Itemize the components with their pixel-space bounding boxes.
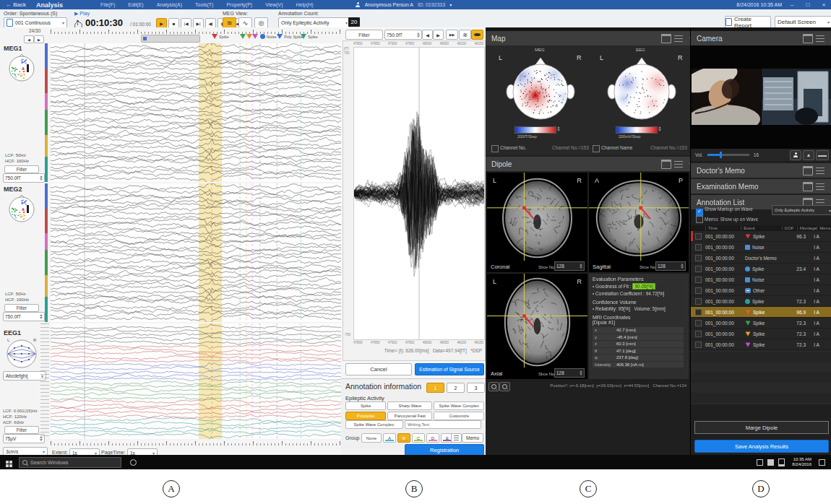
volume-slider-thumb[interactable] xyxy=(720,152,722,158)
meg2-filter-button[interactable]: Filter xyxy=(4,304,39,312)
annotation-row[interactable]: 001_00:00:00Spike72.3I A xyxy=(691,329,831,339)
activity-button-polyspike[interactable]: Polyspike xyxy=(345,412,386,420)
butterfly-filter-button[interactable]: Filter xyxy=(345,30,383,40)
row-checkbox[interactable] xyxy=(695,320,702,326)
wave-event-marker-spike[interactable]: Spike xyxy=(301,34,318,39)
butterfly-scale-spinner[interactable]: 750.0fT xyxy=(384,30,422,40)
mic-button[interactable]: ▲ xyxy=(803,150,814,160)
meg2-sensor-map-icon[interactable] xyxy=(5,194,38,223)
expand-icon[interactable]: ◂ xyxy=(827,168,831,173)
writing-text-input[interactable]: Writing Text xyxy=(405,420,481,429)
wave-event-marker-noise[interactable]: Noise xyxy=(260,34,277,39)
tab-3[interactable]: 3 xyxy=(467,383,485,393)
menu-property[interactable]: Property(P) xyxy=(222,2,257,7)
menu-file[interactable]: File(F) xyxy=(96,2,119,7)
tab-1[interactable]: 1 xyxy=(426,383,444,393)
next-event-button[interactable]: ▶ xyxy=(433,30,444,40)
menu-view[interactable]: View(V) xyxy=(261,2,287,7)
row-checkbox[interactable] xyxy=(695,287,702,294)
mri-axial-view[interactable]: L R Axial Slice No. 128 xyxy=(487,274,587,379)
annotation-row[interactable]: 001_00:00:00Spike72.3I A xyxy=(691,318,831,329)
memo-button[interactable]: Memo xyxy=(462,433,483,443)
window-icon[interactable] xyxy=(661,34,671,43)
col-gof[interactable]: GOF xyxy=(782,226,797,230)
back-button[interactable]: ← Back xyxy=(3,1,29,8)
menu-help[interactable]: Help(H) xyxy=(292,2,318,7)
mri-coronal-view[interactable]: L R Coronal Slice No. 128 xyxy=(487,173,587,272)
list-icon[interactable] xyxy=(816,183,824,190)
memo-show-checkbox[interactable] xyxy=(696,216,703,223)
estimate-signal-source-button[interactable]: Estimation of Signal Source xyxy=(415,363,484,375)
channel-name-checkbox[interactable] xyxy=(593,145,600,152)
list-icon[interactable] xyxy=(674,35,683,42)
window-icon[interactable] xyxy=(803,34,813,43)
activity-button-sharp-wave[interactable]: Sharp Wave xyxy=(387,401,432,410)
annotation-list-filter-dropdown[interactable]: Only Epileptic Activity ▾ xyxy=(772,205,831,215)
annotation-row[interactable]: 001_00:00:00Spike23.4I A xyxy=(691,264,831,274)
menu-edit[interactable]: Edit(E) xyxy=(124,2,147,7)
annotation-row[interactable]: 001_00:00:00Spike96.3I A xyxy=(691,231,831,242)
col-time[interactable]: Time xyxy=(705,226,741,230)
window-icon[interactable] xyxy=(803,182,813,191)
window-icon[interactable] xyxy=(661,160,671,169)
list-icon[interactable] xyxy=(674,161,683,168)
registration-button[interactable]: Registration xyxy=(405,444,484,456)
eeg-step-spinner[interactable] xyxy=(658,126,661,131)
eeg-montage-dropdown[interactable]: Abcdefghij ▾ xyxy=(3,371,46,381)
activity-button-spike-wave-complex[interactable]: Spike Wave Complex xyxy=(434,401,484,410)
annotation-row[interactable]: 001_00:00:00Spike72.3I A xyxy=(691,296,831,307)
notification-center-button[interactable] xyxy=(819,459,825,466)
row-checkbox[interactable] xyxy=(695,277,702,283)
sequence-dropdown[interactable]: 001 Continuous ▾ xyxy=(4,17,67,28)
video-mode-button[interactable]: ▬▬ xyxy=(816,150,829,160)
activity-button-customize[interactable]: Customize xyxy=(434,412,484,420)
close-button[interactable]: × xyxy=(818,1,830,8)
channel-no-checkbox[interactable] xyxy=(491,145,499,152)
sagittal-slice-spinner[interactable]: 128 xyxy=(655,261,686,271)
wave-event-marker-event[interactable] xyxy=(252,34,258,39)
tab-2[interactable]: 2 xyxy=(447,383,465,393)
group-none-button[interactable]: None xyxy=(361,433,382,443)
annotation-row[interactable]: 001_00:00:00Spike72.3I A xyxy=(691,339,831,350)
expand-icon[interactable]: ◂ xyxy=(827,183,831,189)
group-button-b[interactable]: B xyxy=(397,433,410,443)
wave-event-marker-poly-spike[interactable]: Poly Spike xyxy=(277,34,303,39)
group-button-a[interactable]: A xyxy=(383,433,396,443)
list-icon[interactable] xyxy=(816,35,824,42)
activity-button-spike[interactable]: Spike xyxy=(345,401,386,410)
annotation-row[interactable]: 001_00:00:00NoiseI A xyxy=(691,242,831,253)
page-next-button[interactable]: ▶ xyxy=(34,35,44,43)
collapse-icon[interactable]: ▾ xyxy=(827,35,831,41)
tray-icon[interactable] xyxy=(757,459,763,466)
window-icon[interactable] xyxy=(803,166,813,175)
eeg-scale-spinner[interactable]: 75µV xyxy=(3,434,45,443)
meg1-filter-button[interactable]: Filter xyxy=(4,165,39,173)
merge-dipole-button[interactable]: Marge Dipole xyxy=(694,421,829,434)
group-button-d[interactable]: D xyxy=(426,433,439,443)
wave-event-marker-event[interactable] xyxy=(246,34,252,39)
task-view-button[interactable] xyxy=(130,459,137,466)
view-grid-button[interactable]: ◎ xyxy=(254,17,268,28)
create-report-button[interactable]: Create Report xyxy=(725,16,771,28)
row-checkbox[interactable] xyxy=(695,298,702,305)
row-checkbox[interactable] xyxy=(695,309,702,316)
meg1-sensor-map-icon[interactable] xyxy=(5,53,38,82)
screen-select-dropdown[interactable]: Default Screen ▾ xyxy=(775,16,831,28)
tray-icon[interactable] xyxy=(778,459,785,466)
taskbar-clock[interactable]: 10:35 AM 8/24/2016 xyxy=(792,457,811,467)
meg-topography-map[interactable] xyxy=(496,56,585,122)
activity-button-paroxysmal-fast[interactable]: Paroxysmal Fast xyxy=(387,412,432,420)
save-analysis-results-button[interactable]: Save Analysis Results xyxy=(694,440,829,453)
group-button-c[interactable]: C xyxy=(412,433,425,443)
fast-forward-button[interactable]: ▶▶ xyxy=(446,30,458,40)
user-menu-chevron[interactable]: ▾ xyxy=(449,2,452,7)
sagittal-image[interactable] xyxy=(589,173,689,261)
eeg-waveforms[interactable] xyxy=(51,323,341,439)
meg2-waveforms[interactable] xyxy=(51,183,341,322)
view-butterfly-button[interactable] xyxy=(471,30,483,40)
col-memo[interactable]: Memo xyxy=(817,226,831,230)
show-markup-checkbox[interactable] xyxy=(696,209,703,216)
row-checkbox[interactable] xyxy=(695,244,702,251)
zoom-out-button[interactable] xyxy=(488,382,499,391)
maximize-button[interactable]: □ xyxy=(802,1,814,8)
